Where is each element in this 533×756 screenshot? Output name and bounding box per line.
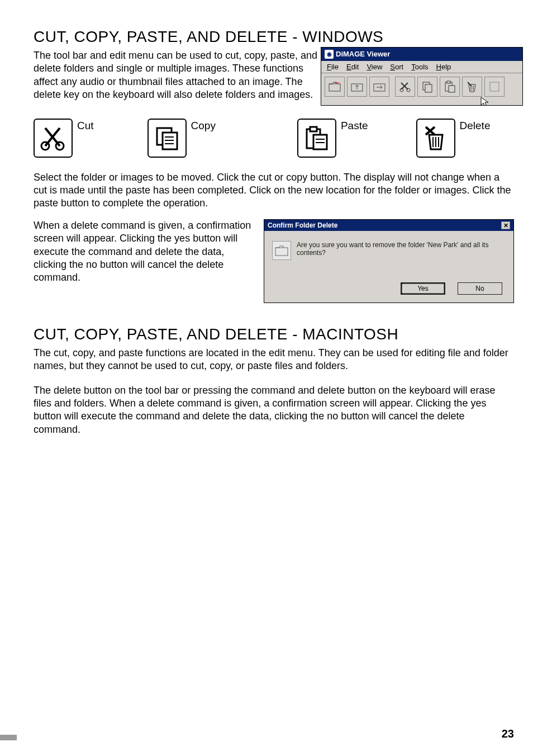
toolbar-copy-icon[interactable] — [417, 77, 437, 97]
menu-view[interactable]: View — [367, 63, 382, 71]
para-select: Select the folder or images to be moved.… — [34, 171, 514, 210]
app-menubar: File Edit View Sort Tools Help — [321, 61, 522, 73]
svg-rect-9 — [447, 81, 450, 83]
dimage-window: ◉ DiMAGE Viewer File Edit View Sort Tool… — [321, 47, 523, 106]
paste-icon — [297, 119, 336, 158]
mac-para1: The cut, copy, and paste functions are l… — [34, 347, 514, 373]
app-titlebar: ◉ DiMAGE Viewer — [321, 48, 522, 61]
menu-tools[interactable]: Tools — [411, 63, 428, 71]
intro-windows: The tool bar and edit menu can be used t… — [34, 49, 318, 102]
toolbar-folder-new-icon[interactable] — [325, 77, 345, 97]
heading-mac: CUT, COPY, PASTE, AND DELETE - MACINTOSH — [34, 325, 514, 343]
app-title: DiMAGE Viewer — [336, 48, 390, 61]
copy-label: Copy — [191, 119, 216, 132]
svg-rect-29 — [275, 248, 288, 256]
menu-edit[interactable]: Edit — [346, 63, 359, 71]
delete-label: Delete — [460, 119, 491, 132]
menu-help[interactable]: Help — [436, 63, 451, 71]
dialog-close-icon[interactable]: ✕ — [501, 221, 510, 229]
svg-point-5 — [407, 88, 410, 92]
svg-rect-10 — [449, 86, 455, 92]
svg-rect-22 — [310, 127, 317, 131]
cut-label: Cut — [77, 119, 94, 132]
dialog-yes-button[interactable]: Yes — [401, 282, 445, 295]
menu-file[interactable]: File — [327, 63, 339, 71]
dialog-title: Confirm Folder Delete — [268, 220, 337, 231]
toolbar-cut-icon[interactable] — [395, 77, 415, 97]
confirm-dialog: Confirm Folder Delete ✕ Are you sure you… — [264, 219, 514, 303]
cut-icon — [34, 119, 73, 158]
paste-label: Paste — [341, 119, 368, 132]
toolbar-folder-move-icon[interactable] — [369, 77, 389, 97]
para-delete-confirm: When a delete command is given, a confir… — [34, 219, 257, 285]
heading-windows: CUT, COPY, PASTE, AND DELETE - WINDOWS — [34, 28, 514, 46]
menu-sort[interactable]: Sort — [390, 63, 403, 71]
toolbar-extra-icon[interactable] — [484, 77, 505, 97]
footer-bar — [0, 735, 17, 740]
dialog-no-button[interactable]: No — [458, 282, 502, 295]
dialog-message: Are you sure you want to remove the fold… — [297, 241, 506, 260]
toolbar-folder-up-icon[interactable] — [347, 77, 367, 97]
app-toolbar — [321, 73, 522, 105]
toolbar-delete-icon[interactable] — [462, 77, 482, 97]
delete-icon — [416, 119, 455, 158]
toolbar-paste-icon[interactable] — [440, 77, 460, 97]
svg-rect-0 — [329, 84, 340, 91]
cursor-icon — [480, 96, 492, 106]
page-number: 23 — [502, 727, 514, 740]
svg-rect-7 — [425, 84, 432, 92]
copy-icon — [147, 119, 187, 158]
mac-para2: The delete button on the tool bar or pre… — [34, 384, 514, 437]
dialog-folder-icon — [272, 241, 291, 260]
app-logo-icon: ◉ — [325, 50, 334, 59]
svg-rect-13 — [490, 82, 499, 91]
